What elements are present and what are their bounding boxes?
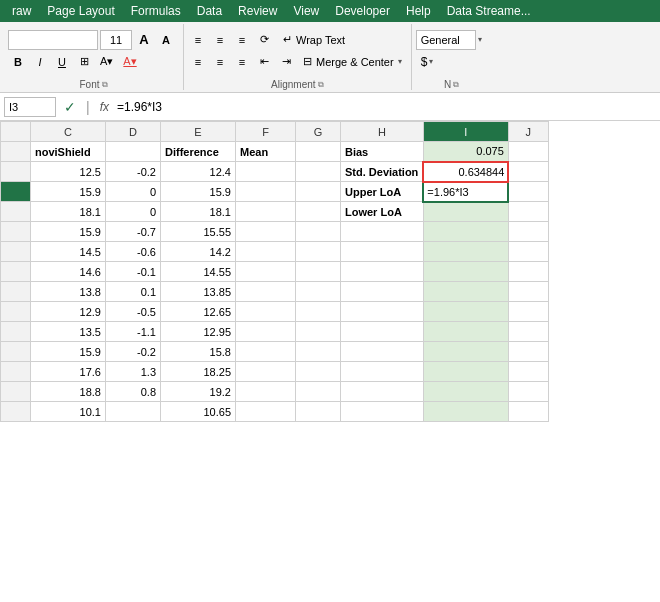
cell-e10[interactable]: 12.95 [161, 322, 236, 342]
cell-g14[interactable] [296, 402, 341, 422]
cell-c8[interactable]: 13.8 [31, 282, 106, 302]
cell-h3[interactable]: Upper LoA [341, 182, 424, 202]
col-header-e[interactable]: E [161, 122, 236, 142]
cell-h2[interactable]: Std. Deviation [341, 162, 424, 182]
cell-e12[interactable]: 18.25 [161, 362, 236, 382]
font-color-btn[interactable]: A▾ [119, 52, 140, 72]
cell-e1[interactable]: Difference [161, 142, 236, 162]
col-header-c[interactable]: C [31, 122, 106, 142]
cell-c10[interactable]: 13.5 [31, 322, 106, 342]
wrap-text-btn[interactable]: ↵ Wrap Text [276, 30, 352, 49]
cell-g10[interactable] [296, 322, 341, 342]
col-header-d[interactable]: D [106, 122, 161, 142]
cell-c9[interactable]: 12.9 [31, 302, 106, 322]
font-name-box[interactable] [8, 30, 98, 50]
cell-f10[interactable] [236, 322, 296, 342]
cell-d5[interactable]: -0.7 [106, 222, 161, 242]
bold-btn[interactable]: B [8, 52, 28, 72]
col-header-g[interactable]: G [296, 122, 341, 142]
number-format-arrow[interactable]: ▾ [478, 35, 482, 44]
cell-g8[interactable] [296, 282, 341, 302]
cell-h14[interactable] [341, 402, 424, 422]
cell-e6[interactable]: 14.2 [161, 242, 236, 262]
align-top-left-btn[interactable]: ≡ [188, 30, 208, 50]
cell-g1[interactable] [296, 142, 341, 162]
cell-i5[interactable] [423, 222, 508, 242]
fill-color-btn[interactable]: A▾ [96, 52, 117, 72]
cell-h5[interactable] [341, 222, 424, 242]
cell-i6[interactable] [423, 242, 508, 262]
menu-page-layout[interactable]: Page Layout [39, 2, 122, 20]
cell-j5[interactable] [508, 222, 548, 242]
cell-d10[interactable]: -1.1 [106, 322, 161, 342]
number-format-box[interactable]: General [416, 30, 476, 50]
cell-i11[interactable] [423, 342, 508, 362]
cell-g5[interactable] [296, 222, 341, 242]
cell-j14[interactable] [508, 402, 548, 422]
menu-data[interactable]: Data [189, 2, 230, 20]
cell-d4[interactable]: 0 [106, 202, 161, 222]
cell-c6[interactable]: 14.5 [31, 242, 106, 262]
cell-g7[interactable] [296, 262, 341, 282]
cell-f7[interactable] [236, 262, 296, 282]
cell-d3[interactable]: 0 [106, 182, 161, 202]
cell-c13[interactable]: 18.8 [31, 382, 106, 402]
cell-i7[interactable] [423, 262, 508, 282]
cell-c1[interactable]: noviShield [31, 142, 106, 162]
cell-f8[interactable] [236, 282, 296, 302]
menu-data-streamer[interactable]: Data Streame... [439, 2, 539, 20]
cell-f3[interactable] [236, 182, 296, 202]
cell-g3[interactable] [296, 182, 341, 202]
indent-increase-btn[interactable]: ⇥ [276, 52, 296, 72]
cell-h12[interactable] [341, 362, 424, 382]
cell-g4[interactable] [296, 202, 341, 222]
cell-j4[interactable] [508, 202, 548, 222]
cell-d13[interactable]: 0.8 [106, 382, 161, 402]
align-left-btn[interactable]: ≡ [188, 52, 208, 72]
cell-e13[interactable]: 19.2 [161, 382, 236, 402]
cell-g11[interactable] [296, 342, 341, 362]
menu-view[interactable]: View [285, 2, 327, 20]
col-header-i[interactable]: I [423, 122, 508, 142]
cell-e5[interactable]: 15.55 [161, 222, 236, 242]
cell-j13[interactable] [508, 382, 548, 402]
cell-i1[interactable]: 0.075 [423, 142, 508, 162]
underline-btn[interactable]: U [52, 52, 72, 72]
cell-c2[interactable]: 12.5 [31, 162, 106, 182]
cell-i3-active[interactable]: =1.96*I3 [423, 182, 508, 202]
cell-d8[interactable]: 0.1 [106, 282, 161, 302]
cell-e7[interactable]: 14.55 [161, 262, 236, 282]
orientation-btn[interactable]: ⟳ [254, 30, 274, 50]
cell-j6[interactable] [508, 242, 548, 262]
cell-g9[interactable] [296, 302, 341, 322]
decrease-font-btn[interactable]: A [156, 30, 176, 50]
cell-j9[interactable] [508, 302, 548, 322]
cell-h11[interactable] [341, 342, 424, 362]
cell-f13[interactable] [236, 382, 296, 402]
dollar-btn[interactable]: $ ▾ [416, 52, 439, 72]
italic-btn[interactable]: I [30, 52, 50, 72]
cell-d1[interactable] [106, 142, 161, 162]
cell-f1[interactable]: Mean [236, 142, 296, 162]
cell-g6[interactable] [296, 242, 341, 262]
cell-f12[interactable] [236, 362, 296, 382]
cell-f2[interactable] [236, 162, 296, 182]
cell-c11[interactable]: 15.9 [31, 342, 106, 362]
col-header-h[interactable]: H [341, 122, 424, 142]
cell-e2[interactable]: 12.4 [161, 162, 236, 182]
increase-font-btn[interactable]: A [134, 30, 154, 50]
cell-i12[interactable] [423, 362, 508, 382]
cell-d12[interactable]: 1.3 [106, 362, 161, 382]
cell-i8[interactable] [423, 282, 508, 302]
cell-h4[interactable]: Lower LoA [341, 202, 424, 222]
cell-f6[interactable] [236, 242, 296, 262]
merge-center-btn[interactable]: ⊟ Merge & Center ▾ [298, 52, 407, 71]
number-expand-icon[interactable]: ⧉ [453, 80, 459, 90]
cell-d6[interactable]: -0.6 [106, 242, 161, 262]
cell-d14[interactable] [106, 402, 161, 422]
menu-formulas[interactable]: Formulas [123, 2, 189, 20]
cell-e4[interactable]: 18.1 [161, 202, 236, 222]
cell-f5[interactable] [236, 222, 296, 242]
cell-c5[interactable]: 15.9 [31, 222, 106, 242]
cell-h13[interactable] [341, 382, 424, 402]
